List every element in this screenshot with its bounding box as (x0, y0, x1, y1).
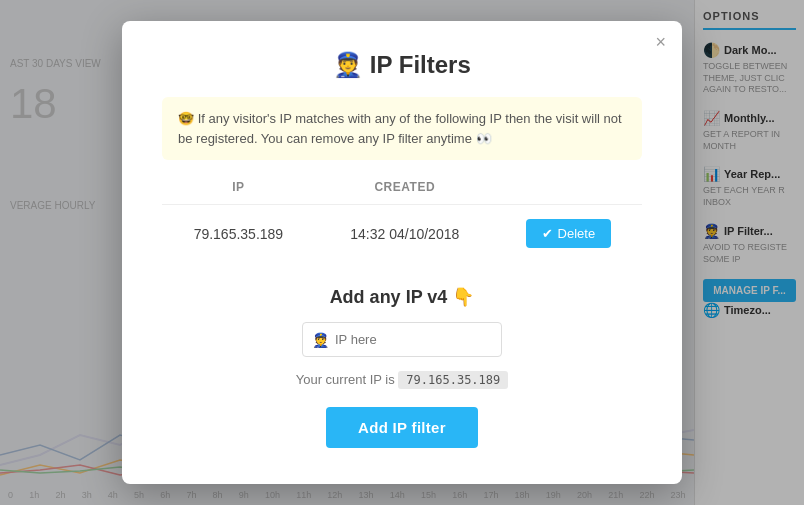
modal-close-button[interactable]: × (655, 33, 666, 51)
modal-info-text: If any visitor's IP matches with any of … (178, 111, 622, 146)
check-icon: ✔ (542, 226, 553, 241)
table-row: 79.165.35.189 14:32 04/10/2018 ✔ Delete (162, 205, 642, 263)
created-value: 14:32 04/10/2018 (315, 205, 495, 263)
modal-title: 👮 IP Filters (162, 51, 642, 79)
modal-info-box: 🤓 If any visitor's IP matches with any o… (162, 97, 642, 160)
add-ip-section: Add any IP v4 👇 👮 Your current IP is 79.… (162, 286, 642, 448)
ip-input[interactable] (302, 322, 502, 357)
add-ip-text: Add any IP v4 (330, 287, 448, 307)
modal-dialog: × 👮 IP Filters 🤓 If any visitor's IP mat… (122, 21, 682, 484)
delete-cell: ✔ Delete (495, 205, 642, 263)
current-ip-label: Your current IP is (296, 372, 395, 387)
ip-input-wrapper: 👮 (302, 322, 502, 357)
modal-overlay: × 👮 IP Filters 🤓 If any visitor's IP mat… (0, 0, 804, 505)
delete-label: Delete (558, 226, 596, 241)
ip-table: IP CREATED 79.165.35.189 14:32 04/10/201… (162, 180, 642, 262)
add-ip-button[interactable]: Add IP filter (326, 407, 478, 448)
modal-title-text: IP Filters (370, 51, 471, 78)
modal-title-icon: 👮 (333, 51, 363, 78)
col-created-header: CREATED (315, 180, 495, 205)
info-icon2: 👀 (476, 131, 492, 146)
info-icon: 🤓 (178, 111, 194, 126)
current-ip-text: Your current IP is 79.165.35.189 (162, 371, 642, 389)
ip-input-icon: 👮 (312, 332, 329, 348)
delete-button[interactable]: ✔ Delete (526, 219, 612, 248)
current-ip-badge: 79.165.35.189 (398, 371, 508, 389)
ip-value: 79.165.35.189 (162, 205, 315, 263)
add-ip-title: Add any IP v4 👇 (162, 286, 642, 308)
col-ip-header: IP (162, 180, 315, 205)
add-ip-icon: 👇 (452, 287, 474, 307)
